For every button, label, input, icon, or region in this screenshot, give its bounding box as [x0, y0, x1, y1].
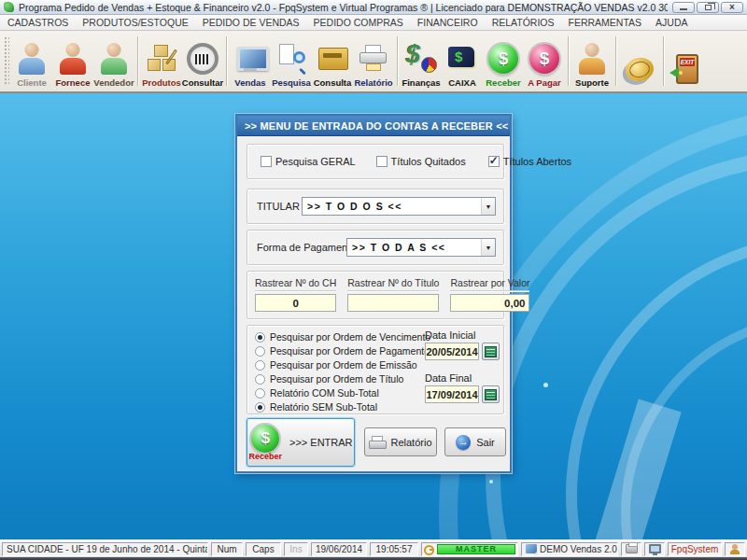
- exit-door-icon: EXIT: [670, 50, 704, 88]
- sair-button[interactable]: → Sair: [444, 427, 506, 456]
- toolbar-vendas-button[interactable]: Vendas: [230, 33, 271, 90]
- toolbar-pesquisa-button[interactable]: Pesquisa: [271, 33, 312, 90]
- chevron-down-icon[interactable]: ▼: [481, 198, 495, 215]
- wallpaper-dot: [543, 383, 548, 387]
- chevron-down-icon[interactable]: ▼: [481, 239, 495, 256]
- checkbox-box[interactable]: [261, 156, 272, 167]
- toolbar-relatorio-button[interactable]: Relatório: [353, 33, 394, 90]
- window-title: Programa Pedido de Vendas + Estoque & Fi…: [19, 2, 668, 13]
- radio-ordem-titulo[interactable]: Pesquisar por Ordem de Título: [255, 372, 430, 385]
- toolbar-exit-button[interactable]: EXIT: [667, 33, 708, 90]
- menu-financeiro[interactable]: FINANCEIRO: [417, 17, 478, 28]
- titulos-abertos-checkbox[interactable]: Títulos Abertos: [488, 156, 571, 167]
- toolbar: Cliente Fornece Vendedor Produtos Consul…: [0, 31, 747, 93]
- search-docs-icon: [275, 40, 308, 77]
- master-badge: MASTER: [437, 544, 515, 554]
- status-user-level: MASTER: [421, 542, 518, 556]
- radio-ordem-vencimento[interactable]: Pesquisar por Ordem de Vencimento: [255, 330, 430, 343]
- radio-circle[interactable]: [255, 388, 265, 399]
- data-inicial-calendar-button[interactable]: [482, 343, 500, 360]
- entrar-button[interactable]: Receber >>> ENTRAR: [247, 418, 355, 467]
- rastrear-ch-label: Rastrear Nº do CH: [255, 277, 336, 291]
- relatorio-button[interactable]: Relatório: [364, 427, 437, 456]
- checkbox-box[interactable]: [488, 156, 500, 167]
- status-time: 19:05:57: [370, 542, 418, 556]
- data-final-calendar-button[interactable]: [482, 385, 500, 403]
- status-user-button[interactable]: [725, 542, 745, 556]
- menu-pedido-vendas[interactable]: PEDIDO DE VENDAS: [203, 17, 300, 28]
- rastrear-ch-input[interactable]: 0: [255, 294, 336, 312]
- restore-button[interactable]: [697, 2, 719, 13]
- rastrear-titulo-label: Rastrear Nº do Título: [347, 277, 439, 291]
- toolbar-consultar-button[interactable]: Consultar: [182, 33, 223, 90]
- radio-circle[interactable]: [255, 374, 265, 385]
- toolbar-separator: [615, 36, 616, 86]
- minimize-icon: [680, 8, 687, 10]
- status-num-lock: Num: [211, 542, 243, 556]
- printer-icon: [369, 436, 385, 448]
- toolbar-cliente-button[interactable]: Cliente: [11, 33, 52, 90]
- toolbar-produtos-button[interactable]: Produtos: [141, 33, 182, 90]
- menu-pedido-compras[interactable]: PEDIDO COMPRAS: [314, 17, 403, 28]
- calendar-icon: [485, 389, 497, 400]
- dialog-titlebar[interactable]: >> MENU DE ENTRADA DO CONTAS A RECEBER <…: [237, 116, 510, 136]
- radio-ordem-emissao[interactable]: Pesquisar por Ordem de Emissão: [255, 358, 430, 371]
- radio-relatorio-com-subtotal[interactable]: Relatório COM Sub-Total: [255, 386, 430, 399]
- status-printer-button[interactable]: [621, 542, 641, 556]
- close-button[interactable]: ×: [721, 2, 743, 13]
- support-person-icon: [575, 40, 609, 77]
- statusbar: SUA CIDADE - UF 19 de Junho de 2014 - Qu…: [0, 539, 747, 557]
- rastrear-valor-input[interactable]: 0,00: [450, 294, 529, 312]
- pesquisa-geral-checkbox[interactable]: Pesquisa GERAL: [261, 156, 356, 167]
- data-final-label: Data Final: [425, 372, 500, 384]
- menu-relatorios[interactable]: RELATÓRIOS: [492, 17, 555, 28]
- menu-produtos-estoque[interactable]: PRODUTOS/ESTOQUE: [82, 17, 188, 28]
- toolbar-caixa-button[interactable]: CAIXA: [442, 33, 483, 90]
- radio-relatorio-sem-subtotal[interactable]: Relatório SEM Sub-Total: [255, 400, 430, 413]
- toolbar-coin-button[interactable]: [619, 33, 660, 90]
- titular-combobox[interactable]: >> T O D O S << ▼: [302, 197, 496, 216]
- toolbar-receber-button[interactable]: Receber: [483, 33, 524, 90]
- radio-circle[interactable]: [255, 360, 265, 371]
- checkbox-groupbox: Pesquisa GERAL Títulos Quitados Títulos …: [247, 144, 504, 179]
- receber-dollar-icon: [251, 425, 279, 453]
- forma-pagamento-groupbox: Forma de Pagamento >> T O D A S << ▼: [247, 230, 504, 265]
- titulos-quitados-checkbox[interactable]: Títulos Quitados: [376, 156, 466, 167]
- toolbar-suporte-button[interactable]: Suporte: [571, 33, 613, 90]
- order-options-groupbox: Pesquisar por Ordem de Vencimento Pesqui…: [247, 325, 504, 414]
- toolbar-apagar-button[interactable]: A Pagar: [524, 33, 565, 90]
- user-icon: [730, 544, 740, 554]
- minimize-button[interactable]: [672, 2, 695, 13]
- status-date: 19/06/2014: [311, 542, 367, 556]
- toolbar-fornece-button[interactable]: Fornece: [52, 33, 93, 90]
- coin-icon: [623, 50, 656, 88]
- data-inicial-input[interactable]: 20/05/2014: [425, 343, 479, 360]
- radio-circle[interactable]: [255, 346, 265, 357]
- menu-ajuda[interactable]: AJUDA: [655, 17, 687, 28]
- radio-circle[interactable]: [255, 332, 265, 343]
- data-final-input[interactable]: 17/09/2014: [425, 385, 479, 403]
- rastrear-titulo-input[interactable]: [347, 294, 439, 312]
- app-icon: [4, 2, 14, 12]
- toolbar-vendedor-button[interactable]: Vendedor: [93, 33, 134, 90]
- forma-pagamento-combobox[interactable]: >> T O D A S << ▼: [346, 238, 496, 257]
- cashbook-icon: [445, 40, 479, 77]
- supplier-person-icon: [56, 40, 90, 77]
- close-icon: ×: [729, 3, 735, 12]
- toolbar-consulta-button[interactable]: Consulta: [312, 33, 353, 90]
- seller-person-icon: [97, 40, 131, 77]
- key-icon: [424, 544, 434, 554]
- application-window: Programa Pedido de Vendas + Estoque & Fi…: [0, 0, 747, 560]
- menu-ferramentas[interactable]: FERRAMENTAS: [569, 17, 642, 28]
- radio-ordem-pagamento[interactable]: Pesquisar por Ordem de Pagamento: [255, 344, 430, 357]
- status-version: DEMO Vendas 2.0: [521, 542, 618, 556]
- toolbar-financas-button[interactable]: $ Finanças: [401, 33, 442, 90]
- rastrear-valor-label: Rastrear por Valor: [450, 277, 529, 291]
- window-titlebar: Programa Pedido de Vendas + Estoque & Fi…: [0, 0, 747, 15]
- restore-icon: [705, 5, 712, 10]
- radio-circle[interactable]: [255, 402, 265, 413]
- exit-arrow-icon: →: [456, 435, 471, 450]
- status-computer-button[interactable]: [644, 542, 665, 556]
- menu-cadastros[interactable]: CADASTROS: [7, 17, 68, 28]
- checkbox-box[interactable]: [376, 156, 388, 167]
